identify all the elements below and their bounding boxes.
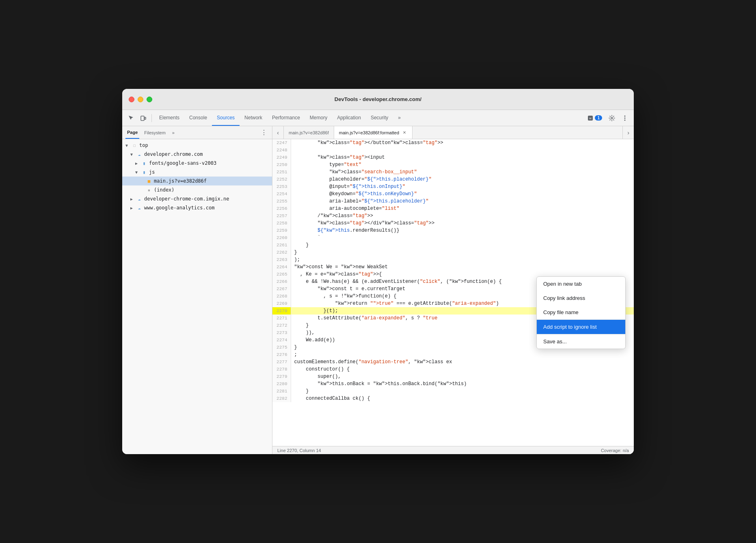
line-content: aria-autocomplete="list" — [291, 205, 634, 212]
tree-label: js — [149, 169, 155, 175]
line-number: 2280 — [272, 380, 291, 388]
line-number: 2253 — [272, 183, 291, 190]
arrow-spacer: ▶ — [140, 187, 145, 192]
file-icon: ■ — [146, 178, 152, 184]
maximize-button[interactable] — [147, 97, 152, 102]
page-icon: ☐ — [131, 142, 138, 149]
context-menu-copy-file-name[interactable]: Copy file name — [537, 305, 625, 319]
line-number: 2250 — [272, 161, 291, 168]
tab-more[interactable]: » — [393, 110, 406, 126]
tab-console[interactable]: Console — [184, 110, 212, 126]
devtools-toolbar: Elements Console Sources Network Perform… — [122, 110, 634, 126]
panel-tabs: Page Filesystem » ⋮ — [122, 126, 272, 139]
line-number: 2278 — [272, 366, 291, 373]
svg-point-4 — [611, 117, 613, 119]
arrow-icon: ▶ — [130, 205, 135, 210]
panel-tab-more[interactable]: » — [172, 130, 175, 135]
close-button[interactable] — [129, 97, 134, 102]
code-table: 2247 "kw">class="tag"></button"kw">class… — [272, 139, 634, 402]
file-tree: ▼ ☐ top ▼ ☁ developer.chrome.com ▶ ▮ fon… — [122, 139, 272, 454]
line-content: "kw">const We = "kw">new WeakSet — [291, 263, 634, 271]
tree-item-imgix[interactable]: ▶ ☁ developer-chrome-com.imgix.ne — [122, 194, 272, 203]
tree-label: www.google-analytics.com — [144, 205, 214, 211]
context-menu-add-to-ignore[interactable]: Add script to ignore list — [537, 320, 625, 334]
svg-point-6 — [624, 117, 626, 119]
devtools-tabs: Elements Console Sources Network Perform… — [154, 110, 584, 126]
line-content: connectedCallba ck() { — [291, 395, 634, 402]
line-content: @keydown="${">this.onKeyDown}" — [291, 190, 634, 198]
status-bar: Line 2270, Column 14 Coverage: n/a — [272, 446, 634, 454]
notification-icon[interactable]: ✉ 1 — [585, 112, 605, 124]
right-panel-wrapper: ‹ main.js?v=e382d86f main.js?v=e382d86f:… — [272, 126, 634, 454]
tab-memory[interactable]: Memory — [305, 110, 332, 126]
line-number: 2270 — [272, 307, 291, 315]
left-panel: Page Filesystem » ⋮ ▼ ☐ top — [122, 126, 272, 454]
tab-application[interactable]: Application — [332, 110, 366, 126]
line-number: 2260 — [272, 234, 291, 241]
line-number: 2257 — [272, 212, 291, 220]
line-number: 2277 — [272, 358, 291, 366]
folder-icon: ▮ — [141, 169, 147, 175]
minimize-button[interactable] — [138, 97, 143, 102]
line-number: 2274 — [272, 336, 291, 344]
svg-point-5 — [624, 115, 626, 116]
line-content: super(), — [291, 373, 634, 380]
line-content: type="text" — [291, 161, 634, 168]
line-number: 2275 — [272, 344, 291, 351]
collapse-right-icon[interactable]: › — [622, 126, 634, 139]
line-number: 2261 — [272, 241, 291, 249]
tab-sources[interactable]: Sources — [212, 110, 240, 126]
svg-text:✉: ✉ — [590, 116, 592, 120]
tab-performance[interactable]: Performance — [267, 110, 305, 126]
editor-tab-mainjs[interactable]: main.js?v=e382d86f — [284, 126, 334, 139]
line-content: /"kw">class="tag">> — [291, 212, 634, 220]
panel-menu-button[interactable]: ⋮ — [259, 128, 269, 138]
line-content: ${"kw">this.renderResults()} — [291, 227, 634, 234]
line-content: ); — [291, 256, 634, 263]
devtools-body: Page Filesystem » ⋮ ▼ ☐ top — [122, 126, 634, 454]
more-options-icon[interactable] — [619, 112, 631, 124]
tab-network[interactable]: Network — [240, 110, 267, 126]
line-content — [291, 147, 634, 154]
line-content: customElements.define("navigation-tree",… — [291, 358, 634, 366]
tree-item-fonts[interactable]: ▶ ▮ fonts/google-sans-v2003 — [122, 159, 272, 168]
tree-item-top[interactable]: ▼ ☐ top — [122, 141, 272, 150]
editor-tab-formatted[interactable]: main.js?v=e382d86f:formatted ✕ — [334, 126, 413, 139]
tab-security[interactable]: Security — [366, 110, 393, 126]
line-number: 2259 — [272, 227, 291, 234]
line-content: } — [291, 249, 634, 256]
line-number: 2272 — [272, 322, 291, 329]
tree-item-analytics[interactable]: ▶ ☁ www.google-analytics.com — [122, 203, 272, 212]
device-toolbar-icon[interactable] — [138, 112, 149, 124]
line-number: 2268 — [272, 293, 291, 300]
inspect-icon[interactable] — [125, 112, 137, 124]
panel-tab-page[interactable]: Page — [125, 126, 139, 139]
devtools-window: DevTools - developer.chrome.com/ Element… — [122, 89, 634, 454]
context-menu: Open in new tab Copy link address Copy f… — [536, 276, 626, 349]
line-content: constructor() { — [291, 366, 634, 373]
line-content: "kw">class="tag"></div"kw">class="tag">> — [291, 220, 634, 227]
line-number: 2248 — [272, 147, 291, 154]
panel-tab-filesystem[interactable]: Filesystem — [143, 126, 167, 139]
tree-item-js[interactable]: ▼ ▮ js — [122, 168, 272, 177]
line-number: 2267 — [272, 285, 291, 293]
line-number: 2249 — [272, 154, 291, 161]
collapse-panel-icon[interactable]: ‹ — [272, 126, 284, 139]
tree-item-index[interactable]: ▶ ▪ (index) — [122, 185, 272, 194]
close-tab-icon[interactable]: ✕ — [402, 130, 407, 136]
line-number: 2266 — [272, 278, 291, 285]
context-menu-copy-link[interactable]: Copy link address — [537, 291, 625, 305]
tree-label: top — [139, 142, 148, 148]
settings-icon[interactable] — [606, 112, 618, 124]
context-menu-open-new-tab[interactable]: Open in new tab — [537, 277, 625, 291]
tree-item-chrome[interactable]: ▼ ☁ developer.chrome.com — [122, 150, 272, 159]
tree-item-mainjs[interactable]: ▶ ■ main.js?v=e382d86f — [122, 177, 272, 185]
tab-elements[interactable]: Elements — [154, 110, 184, 126]
titlebar: DevTools - developer.chrome.com/ — [122, 89, 634, 110]
context-menu-save-as[interactable]: Save as... — [537, 334, 625, 349]
window-title: DevTools - developer.chrome.com/ — [335, 96, 421, 102]
line-number: 2251 — [272, 168, 291, 176]
line-content: "kw">class="search-box__input" — [291, 168, 634, 176]
arrow-icon: ▶ — [130, 196, 135, 201]
folder-icon: ▮ — [141, 160, 147, 166]
